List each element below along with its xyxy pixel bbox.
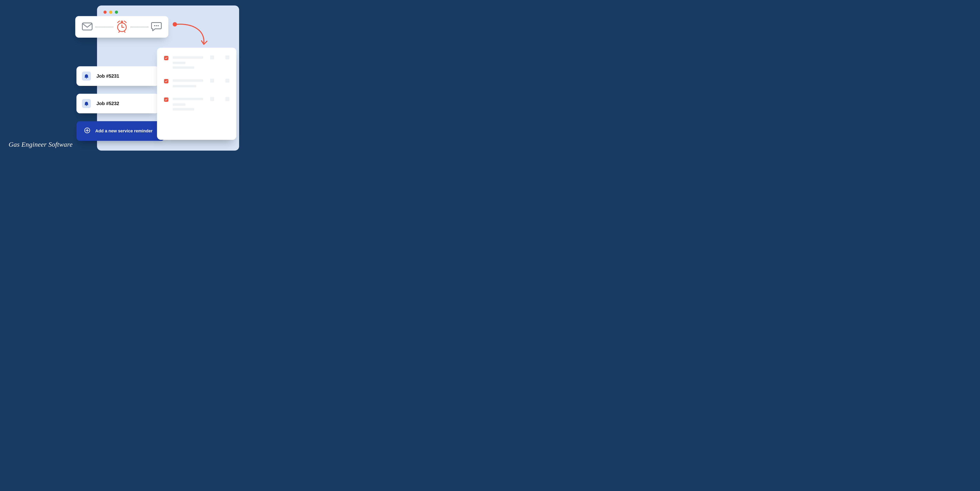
svg-point-3 <box>154 25 155 26</box>
minimize-icon[interactable] <box>109 11 112 14</box>
bell-icon <box>82 72 91 81</box>
svg-point-4 <box>156 25 157 26</box>
checklist-panel <box>157 48 236 140</box>
window-traffic-lights <box>103 11 118 14</box>
flow-card <box>75 16 169 38</box>
job-card[interactable]: Job #5231 <box>76 66 159 86</box>
checklist-placeholder-lines <box>173 97 229 110</box>
flow-connector <box>130 27 149 27</box>
svg-rect-0 <box>82 23 92 30</box>
checklist-item[interactable] <box>164 97 229 110</box>
job-label: Job #5231 <box>96 73 119 79</box>
maximize-icon[interactable] <box>115 11 118 14</box>
bell-icon <box>82 99 91 108</box>
checklist-placeholder-lines <box>173 56 229 69</box>
checklist-item[interactable] <box>164 79 229 87</box>
checkbox-checked-icon[interactable] <box>164 79 169 83</box>
checklist-placeholder-lines <box>173 79 229 87</box>
job-card[interactable]: Job #5232 <box>76 94 159 113</box>
svg-point-2 <box>121 21 123 22</box>
mail-icon <box>82 22 92 31</box>
add-service-reminder-button[interactable]: Add a new service reminder <box>76 121 165 141</box>
checkbox-checked-icon[interactable] <box>164 97 169 102</box>
add-button-label: Add a new service reminder <box>95 128 153 134</box>
chat-icon <box>151 22 162 32</box>
checklist-item[interactable] <box>164 56 229 69</box>
brand-label: Gas Engineer Software <box>9 141 73 148</box>
plus-circle-icon <box>84 128 90 134</box>
alarm-clock-icon <box>116 20 128 33</box>
flow-connector <box>95 27 113 27</box>
job-label: Job #5232 <box>96 101 119 106</box>
checkbox-checked-icon[interactable] <box>164 56 169 60</box>
svg-point-5 <box>158 25 159 26</box>
close-icon[interactable] <box>103 11 107 14</box>
